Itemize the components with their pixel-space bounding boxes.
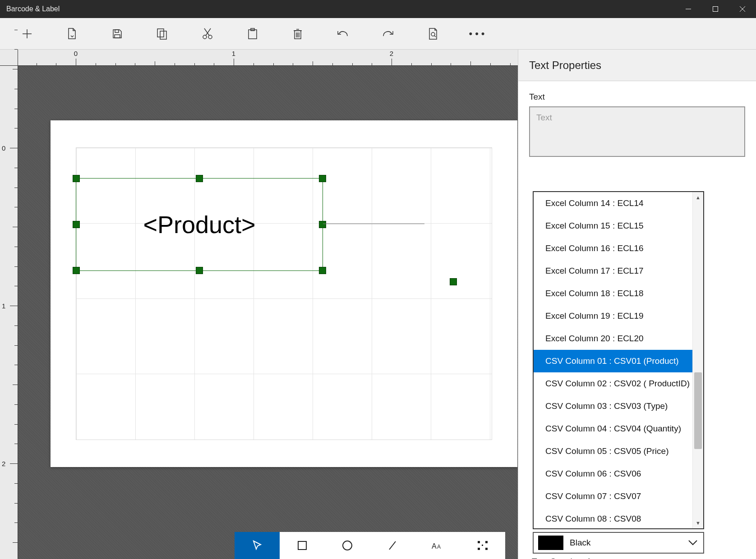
resize-handle-tl[interactable]: [73, 175, 80, 182]
text-input[interactable]: Text: [529, 106, 745, 157]
dropdown-item[interactable]: CSV Column 06 : CSV06: [534, 463, 692, 485]
titlebar: Barcode & Label: [0, 0, 756, 18]
ruler-vertical: 012: [0, 66, 18, 559]
svg-point-25: [343, 541, 352, 550]
maximize-button[interactable]: [702, 0, 729, 18]
ruler-h-label: 2: [390, 50, 393, 57]
print-preview-button[interactable]: [410, 18, 456, 50]
minimize-button[interactable]: [675, 0, 702, 18]
label-page[interactable]: <Product>: [51, 120, 517, 467]
ruler-h-label: 1: [232, 50, 235, 57]
svg-rect-29: [478, 541, 480, 543]
close-button[interactable]: [729, 0, 756, 18]
cut-button[interactable]: [185, 18, 230, 50]
resize-handle-tm[interactable]: [196, 175, 203, 182]
dropdown-item[interactable]: Excel Column 18 : ECL18: [534, 282, 692, 305]
svg-rect-6: [115, 30, 119, 32]
redo-button[interactable]: [365, 18, 410, 50]
dropdown-item[interactable]: Excel Column 17 : ECL17: [534, 260, 692, 282]
properties-panel: Text Properties Text Text Black Text Opa…: [518, 50, 756, 559]
svg-rect-33: [485, 548, 488, 550]
barcode-tool[interactable]: [460, 532, 505, 559]
svg-rect-9: [160, 31, 166, 39]
dropdown-item[interactable]: Excel Column 16 : ECL16: [534, 237, 692, 260]
text-tool[interactable]: AA: [415, 532, 460, 559]
ellipse-tool[interactable]: [325, 532, 370, 559]
svg-rect-32: [482, 545, 483, 546]
paste-button[interactable]: [230, 18, 275, 50]
scroll-down-icon[interactable]: ▼: [693, 518, 703, 528]
toolbar: •••: [0, 18, 756, 50]
svg-text:A: A: [437, 544, 441, 550]
undo-button[interactable]: [320, 18, 365, 50]
resize-handle-bm[interactable]: [196, 267, 203, 274]
snap-guide: [323, 224, 424, 224]
text-input-placeholder: Text: [536, 113, 552, 122]
dropdown-item[interactable]: CSV Column 03 : CSV03 (Type): [534, 395, 692, 417]
dropdown-item[interactable]: CSV Column 04 : CSV04 (Quantity): [534, 417, 692, 440]
window-controls: [675, 0, 756, 18]
ruler-v-label: 2: [2, 460, 5, 467]
svg-point-10: [203, 35, 207, 39]
svg-line-26: [389, 541, 396, 550]
color-swatch: [538, 536, 563, 550]
text-opacity-label: Text Opacity - 1: [532, 557, 591, 559]
open-button[interactable]: [50, 18, 95, 50]
panel-title: Text Properties: [518, 50, 756, 81]
svg-point-22: [431, 32, 435, 36]
canvas-area: 012 012 <Product>: [0, 50, 518, 559]
text-object-content: <Product>: [143, 211, 255, 238]
delete-button[interactable]: [275, 18, 320, 50]
copy-button[interactable]: [140, 18, 185, 50]
resize-handle-ml[interactable]: [73, 221, 80, 228]
svg-rect-24: [298, 541, 306, 550]
svg-text:A: A: [432, 542, 437, 550]
dropdown-list[interactable]: Excel Column 14 : ECL14Excel Column 15 :…: [534, 192, 692, 528]
text-object-selected[interactable]: <Product>: [76, 178, 323, 271]
resize-handle-mr[interactable]: [319, 221, 326, 228]
more-button[interactable]: •••: [456, 18, 501, 50]
scroll-thumb[interactable]: [694, 372, 702, 449]
canvas-viewport[interactable]: <Product>: [18, 66, 518, 559]
scroll-up-icon[interactable]: ▲: [693, 192, 703, 203]
color-name: Black: [570, 538, 590, 548]
dropdown-item[interactable]: Excel Column 14 : ECL14: [534, 192, 692, 215]
svg-point-11: [208, 35, 212, 39]
ruler-v-label: 1: [2, 302, 5, 310]
snap-handle[interactable]: [450, 278, 457, 285]
resize-handle-tr[interactable]: [319, 175, 326, 182]
line-tool[interactable]: [370, 532, 415, 559]
dropdown-item[interactable]: CSV Column 02 : CSV02 ( ProductID): [534, 372, 692, 395]
text-color-select[interactable]: Black: [533, 532, 704, 554]
text-field-label: Text: [529, 92, 745, 102]
dropdown-item[interactable]: CSV Column 01 : CSV01 (Product): [534, 350, 692, 372]
dropdown-item[interactable]: CSV Column 07 : CSV07: [534, 485, 692, 508]
main-area: 012 012 <Product>: [0, 50, 756, 559]
svg-rect-14: [249, 30, 257, 39]
fields-dropdown: Excel Column 14 : ECL14Excel Column 15 :…: [533, 191, 704, 529]
ruler-horizontal: 012: [18, 50, 518, 66]
ruler-corner: [0, 50, 18, 66]
ruler-v-label: 0: [2, 144, 5, 152]
dropdown-item[interactable]: CSV Column 08 : CSV08: [534, 508, 692, 528]
rectangle-tool[interactable]: [280, 532, 325, 559]
svg-line-23: [434, 36, 436, 37]
dropdown-item[interactable]: Excel Column 19 : ECL19: [534, 305, 692, 327]
chevron-down-icon: [688, 540, 698, 546]
dropdown-scrollbar[interactable]: ▲ ▼: [692, 192, 703, 528]
resize-handle-bl[interactable]: [73, 267, 80, 274]
new-button[interactable]: [5, 18, 50, 50]
svg-rect-7: [115, 35, 120, 38]
ruler-h-label: 0: [74, 50, 78, 57]
svg-rect-31: [478, 548, 480, 550]
dropdown-item[interactable]: CSV Column 05 : CSV05 (Price): [534, 440, 692, 463]
dropdown-item[interactable]: Excel Column 20 : ECL20: [534, 327, 692, 350]
save-button[interactable]: [95, 18, 140, 50]
ellipsis-icon: •••: [469, 28, 487, 40]
svg-rect-30: [485, 541, 488, 543]
resize-handle-br[interactable]: [319, 267, 326, 274]
window-title: Barcode & Label: [0, 5, 60, 13]
dropdown-item[interactable]: Excel Column 15 : ECL15: [534, 215, 692, 237]
svg-rect-1: [713, 7, 718, 12]
select-tool[interactable]: [235, 532, 280, 559]
